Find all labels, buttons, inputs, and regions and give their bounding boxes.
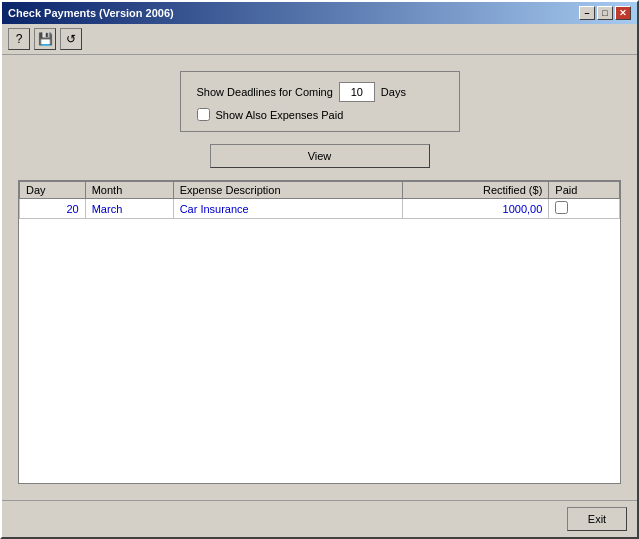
col-header-description: Expense Description bbox=[173, 182, 403, 199]
help-button[interactable]: ? bbox=[8, 28, 30, 50]
deadlines-row: Show Deadlines for Coming Days bbox=[197, 82, 443, 102]
view-btn-container: View bbox=[18, 144, 621, 168]
minimize-button[interactable]: – bbox=[579, 6, 595, 20]
data-table-container: Day Month Expense Description Rectified … bbox=[18, 180, 621, 484]
paid-checkbox[interactable] bbox=[555, 201, 568, 214]
show-deadlines-label: Show Deadlines for Coming bbox=[197, 86, 333, 98]
options-box: Show Deadlines for Coming Days Show Also… bbox=[180, 71, 460, 132]
days-label: Days bbox=[381, 86, 406, 98]
days-input[interactable] bbox=[339, 82, 375, 102]
view-button[interactable]: View bbox=[210, 144, 430, 168]
title-bar: Check Payments (Version 2006) – □ ✕ bbox=[2, 2, 637, 24]
close-button[interactable]: ✕ bbox=[615, 6, 631, 20]
expenses-paid-row: Show Also Expenses Paid bbox=[197, 108, 443, 121]
col-header-paid: Paid bbox=[549, 182, 620, 199]
cell-description: Car Insurance bbox=[173, 199, 403, 219]
cell-paid bbox=[549, 199, 620, 219]
window-title: Check Payments (Version 2006) bbox=[8, 7, 174, 19]
col-header-rectified: Rectified ($) bbox=[403, 182, 549, 199]
refresh-button[interactable]: ↺ bbox=[60, 28, 82, 50]
payments-table: Day Month Expense Description Rectified … bbox=[19, 181, 620, 219]
save-button[interactable]: 💾 bbox=[34, 28, 56, 50]
col-header-day: Day bbox=[20, 182, 86, 199]
title-bar-buttons: – □ ✕ bbox=[579, 6, 631, 20]
footer: Exit bbox=[2, 500, 637, 537]
show-expenses-label: Show Also Expenses Paid bbox=[216, 109, 344, 121]
show-expenses-checkbox[interactable] bbox=[197, 108, 210, 121]
table-row: 20MarchCar Insurance1000,00 bbox=[20, 199, 620, 219]
main-window: Check Payments (Version 2006) – □ ✕ ? 💾 … bbox=[0, 0, 639, 539]
exit-button[interactable]: Exit bbox=[567, 507, 627, 531]
col-header-month: Month bbox=[85, 182, 173, 199]
cell-month: March bbox=[85, 199, 173, 219]
toolbar: ? 💾 ↺ bbox=[2, 24, 637, 55]
cell-rectified: 1000,00 bbox=[403, 199, 549, 219]
title-bar-title: Check Payments (Version 2006) bbox=[8, 7, 174, 19]
main-content: Show Deadlines for Coming Days Show Also… bbox=[2, 55, 637, 500]
cell-day: 20 bbox=[20, 199, 86, 219]
maximize-button[interactable]: □ bbox=[597, 6, 613, 20]
table-header-row: Day Month Expense Description Rectified … bbox=[20, 182, 620, 199]
